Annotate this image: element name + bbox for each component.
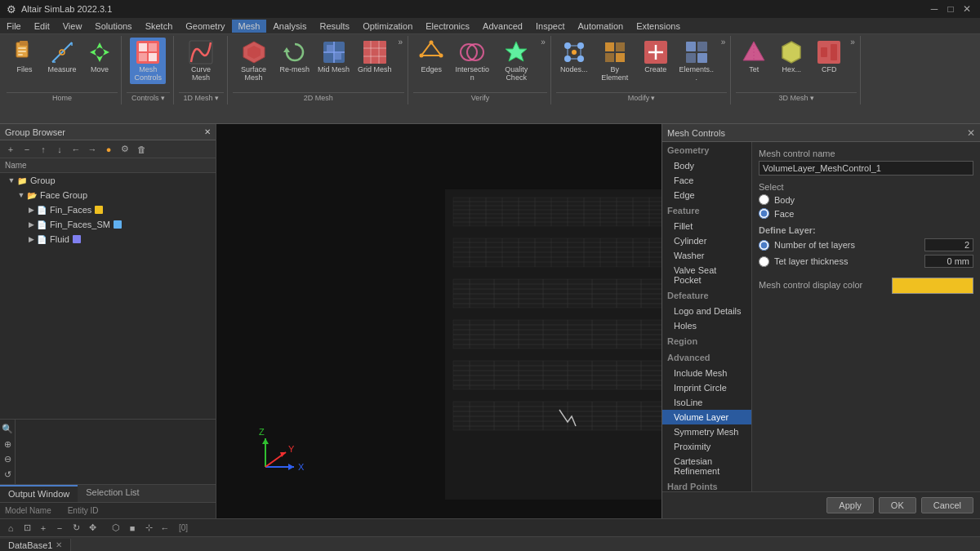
- tree-expand-group[interactable]: ▼: [7, 176, 16, 185]
- mc-tet-thickness-radio[interactable]: [759, 256, 769, 267]
- menu-sketch[interactable]: Sketch: [139, 20, 180, 33]
- tree-item-group[interactable]: ▼ 📁 Group: [0, 173, 216, 188]
- ribbon-btn-measure[interactable]: Measure: [44, 38, 80, 76]
- ribbon-btn-elements[interactable]: Elements...: [675, 38, 718, 84]
- ribbon-btn-quality[interactable]: Quality Check: [495, 38, 537, 84]
- mc-item-body[interactable]: Body: [662, 158, 751, 173]
- 1d-mesh-dropdown-icon[interactable]: ▾: [215, 94, 219, 102]
- mc-item-cartesian[interactable]: Cartesian Refinement: [662, 454, 751, 478]
- mc-item-valve[interactable]: Valve Seat Pocket: [662, 263, 751, 287]
- modify-more[interactable]: »: [719, 38, 728, 47]
- ribbon-btn-create[interactable]: Create: [638, 38, 674, 76]
- bottom-tab-database1-close[interactable]: ✕: [56, 540, 62, 549]
- bt-pan[interactable]: ✥: [85, 521, 100, 535]
- tree-item-face-group[interactable]: ▼ 📂 Face Group: [0, 188, 216, 202]
- bt-rotate[interactable]: ↻: [69, 521, 83, 535]
- mc-item-holes[interactable]: Holes: [662, 318, 751, 333]
- mc-apply-button[interactable]: Apply: [826, 497, 874, 513]
- menu-inspect[interactable]: Inspect: [529, 20, 571, 33]
- ribbon-btn-remesh[interactable]: Re-mesh: [277, 38, 314, 76]
- mc-color-swatch[interactable]: [892, 278, 973, 294]
- mc-ok-button[interactable]: OK: [879, 497, 916, 513]
- mc-item-isoline[interactable]: IsoLine: [662, 395, 751, 410]
- 3d-mesh-dropdown-icon[interactable]: ▾: [810, 94, 814, 102]
- bt-zoom-in[interactable]: +: [36, 521, 51, 535]
- tree-item-fin-faces-sm[interactable]: ▶ 📄 Fin_Faces_SM: [0, 217, 216, 232]
- verify-more[interactable]: »: [539, 38, 547, 47]
- tree-expand-fluid[interactable]: ▶: [26, 234, 36, 244]
- ribbon-btn-files[interactable]: Files: [7, 38, 42, 76]
- mc-item-proximity[interactable]: Proximity: [662, 439, 751, 454]
- mc-item-edge[interactable]: Edge: [662, 188, 751, 202]
- mc-cancel-button[interactable]: Cancel: [921, 497, 973, 513]
- ribbon-btn-move[interactable]: Move: [82, 38, 118, 76]
- mc-item-include-mesh[interactable]: Include Mesh: [662, 366, 751, 380]
- mc-item-washer[interactable]: Washer: [662, 248, 751, 263]
- tree-item-fluid[interactable]: ▶ 📄 Fluid: [0, 232, 216, 247]
- mc-radio-face-input[interactable]: [759, 208, 769, 219]
- gb-tool-trash[interactable]: 🗑: [134, 142, 149, 157]
- mc-item-fillet[interactable]: Fillet: [662, 219, 751, 233]
- menu-analysis[interactable]: Analysis: [266, 20, 313, 33]
- menu-geometry[interactable]: Geometry: [179, 20, 231, 33]
- menu-automation[interactable]: Automation: [571, 20, 630, 33]
- menu-mesh[interactable]: Mesh: [232, 20, 267, 33]
- mc-tet-thickness-input[interactable]: [924, 255, 973, 268]
- gb-tool-left[interactable]: ←: [69, 142, 83, 157]
- 2d-mesh-more[interactable]: »: [397, 38, 405, 47]
- bt-back[interactable]: ←: [158, 521, 172, 535]
- close-button[interactable]: ✕: [960, 2, 973, 16]
- mc-item-volume-layer[interactable]: Volume Layer: [662, 410, 751, 424]
- bt-shaded[interactable]: ■: [125, 521, 140, 535]
- ribbon-btn-intersection[interactable]: Intersection: [451, 38, 493, 84]
- mc-radio-body[interactable]: Body: [759, 194, 973, 205]
- mc-radio-face[interactable]: Face: [759, 208, 973, 219]
- menu-file[interactable]: File: [0, 20, 28, 33]
- mc-item-logo[interactable]: Logo and Details: [662, 304, 751, 318]
- ribbon-btn-hex[interactable]: Hex...: [773, 38, 809, 76]
- bt-fit[interactable]: ⊡: [20, 521, 34, 535]
- gb-tool-right[interactable]: →: [85, 142, 100, 157]
- mc-item-symmetry-mesh[interactable]: Symmetry Mesh: [662, 424, 751, 439]
- menu-electronics[interactable]: Electronics: [419, 20, 476, 33]
- menu-optimization[interactable]: Optimization: [356, 20, 419, 33]
- 3d-mesh-more[interactable]: »: [849, 38, 857, 47]
- output-tab-window[interactable]: Output Window: [0, 485, 78, 502]
- lt-btn-3[interactable]: ⊖: [1, 453, 14, 466]
- menu-advanced[interactable]: Advanced: [476, 20, 529, 33]
- menu-edit[interactable]: Edit: [28, 20, 56, 33]
- lt-btn-2[interactable]: ⊕: [1, 438, 14, 451]
- ribbon-btn-nodes[interactable]: Nodes...: [556, 38, 592, 76]
- mc-name-input[interactable]: [759, 161, 973, 176]
- ribbon-btn-curve-mesh[interactable]: Curve Mesh: [180, 38, 222, 84]
- ribbon-btn-grid-mesh[interactable]: Grid Mesh: [354, 38, 395, 76]
- modify-dropdown-icon[interactable]: ▾: [651, 94, 655, 102]
- ribbon-btn-mid-mesh[interactable]: Mid Mesh: [314, 38, 353, 76]
- menu-solutions[interactable]: Solutions: [88, 20, 138, 33]
- mc-num-tet-input[interactable]: [924, 238, 973, 251]
- group-browser-close[interactable]: ✕: [204, 127, 211, 136]
- tree-item-fin-faces[interactable]: ▶ 📄 Fin_Faces: [0, 202, 216, 217]
- gb-tool-settings[interactable]: ⚙: [118, 142, 132, 157]
- ribbon-btn-surface-mesh[interactable]: Surface Mesh: [233, 38, 275, 84]
- gb-tool-add[interactable]: +: [3, 142, 18, 157]
- lt-btn-1[interactable]: 🔍: [1, 423, 14, 436]
- tree-expand-face-group[interactable]: ▼: [16, 190, 26, 200]
- ribbon-btn-cfd[interactable]: CFD: [811, 38, 847, 76]
- ribbon-btn-by-element[interactable]: By Element: [594, 38, 636, 84]
- ribbon-btn-mesh-controls[interactable]: MeshControls: [130, 38, 166, 84]
- gb-tool-palette[interactable]: ●: [101, 142, 116, 157]
- menu-results[interactable]: Results: [313, 20, 356, 33]
- tree-expand-fin-faces[interactable]: ▶: [26, 205, 36, 215]
- lt-btn-4[interactable]: ↺: [1, 469, 14, 482]
- bt-zoom-out[interactable]: −: [52, 521, 67, 535]
- output-tab-selection[interactable]: Selection List: [78, 485, 147, 502]
- ribbon-btn-tet[interactable]: Tet: [736, 38, 772, 76]
- mc-item-imprint-circle[interactable]: Imprint Circle: [662, 380, 751, 395]
- mc-num-tet-radio[interactable]: [759, 240, 769, 251]
- ribbon-btn-edges[interactable]: Edges: [413, 38, 449, 76]
- mc-item-cylinder[interactable]: Cylinder: [662, 233, 751, 248]
- bt-wireframe[interactable]: ⬡: [109, 521, 123, 535]
- mc-item-face[interactable]: Face: [662, 173, 751, 188]
- menu-view[interactable]: View: [56, 20, 89, 33]
